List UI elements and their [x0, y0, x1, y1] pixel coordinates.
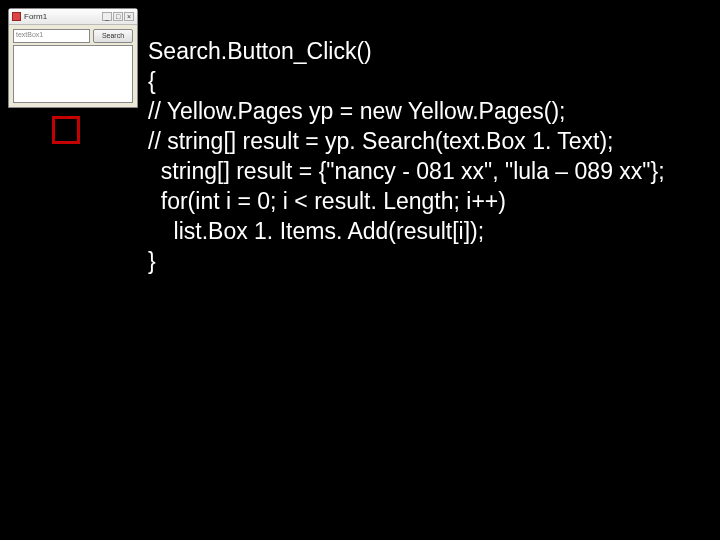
code-line: // string[] result = yp. Search(text.Box… — [148, 128, 614, 154]
highlight-box-icon — [52, 116, 80, 144]
window-title: Form1 — [24, 12, 102, 21]
code-line: // Yellow.Pages yp = new Yellow.Pages(); — [148, 98, 565, 124]
code-line: Search.Button_Click() — [148, 38, 372, 64]
search-input[interactable]: textBox1 — [13, 29, 90, 43]
code-line: } — [148, 248, 156, 274]
code-line: for(int i = 0; i < result. Length; i++) — [148, 188, 506, 214]
maximize-button[interactable]: □ — [113, 12, 123, 21]
app-icon — [12, 12, 21, 21]
code-snippet: Search.Button_Click() { // Yellow.Pages … — [148, 6, 665, 276]
form-window: Form1 _ □ × textBox1 Search — [8, 8, 138, 108]
search-button[interactable]: Search — [93, 29, 133, 43]
code-line: string[] result = {"nancy - 081 xx", "lu… — [148, 158, 665, 184]
code-line: list.Box 1. Items. Add(result[i]); — [148, 218, 484, 244]
close-button[interactable]: × — [124, 12, 134, 21]
code-line: { — [148, 68, 156, 94]
titlebar: Form1 _ □ × — [9, 9, 137, 25]
client-area: textBox1 Search — [9, 25, 137, 107]
minimize-button[interactable]: _ — [102, 12, 112, 21]
results-listbox[interactable] — [13, 45, 133, 103]
